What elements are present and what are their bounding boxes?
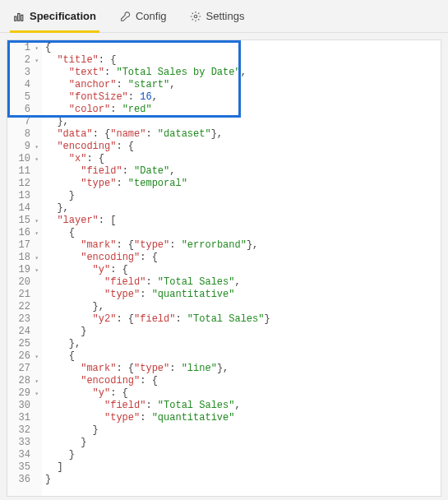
code-line[interactable]: } [45,437,437,449]
fold-icon[interactable]: ▾ [32,350,39,363]
line-number: 27 [7,363,42,375]
line-number: 15▾ [7,215,42,227]
svg-rect-2 [21,15,23,21]
code-line[interactable]: ] [45,461,437,474]
line-number: 26▾ [7,350,42,363]
code-line[interactable]: "fontSize": 16, [45,91,437,104]
line-number: 29▾ [7,387,42,400]
code-line[interactable]: "type": "quantitative" [45,289,437,301]
line-number: 28▾ [7,375,42,387]
code-area[interactable]: { "title": { "text": "Total Sales by Dat… [42,40,441,496]
code-line[interactable]: "text": "Total Sales by Date", [45,67,437,79]
tab-bar: Specification Config Settings [0,0,448,33]
fold-icon[interactable]: ▾ [32,153,39,165]
line-number: 4 [7,79,42,91]
fold-icon[interactable]: ▾ [32,42,39,54]
line-number: 33 [7,437,42,449]
fold-icon[interactable]: ▾ [32,54,39,67]
code-line[interactable]: "field": "Total Sales", [45,276,437,289]
code-line[interactable]: "field": "Date", [45,165,437,178]
fold-icon[interactable]: ▾ [32,141,39,153]
line-number: 35 [7,461,42,474]
tab-label: Settings [206,10,245,22]
code-line[interactable]: "y2": {"field": "Total Sales"} [45,313,437,326]
line-number: 34 [7,449,42,461]
line-number: 9▾ [7,141,42,153]
code-line[interactable]: { [45,227,437,239]
svg-point-3 [194,15,197,18]
tab-config[interactable]: Config [113,1,173,32]
gear-icon [190,11,201,22]
line-number: 22 [7,301,42,313]
code-line[interactable]: "x": { [45,153,437,165]
code-line[interactable]: } [45,190,437,202]
line-gutter: 1▾2▾3456789▾10▾1112131415▾16▾1718▾19▾202… [7,40,42,496]
line-number: 18▾ [7,252,42,264]
code-line[interactable]: "field": "Total Sales", [45,400,437,412]
line-number: 19▾ [7,264,42,276]
code-line[interactable]: }, [45,202,437,215]
code-line[interactable]: { [45,42,437,54]
line-number: 14 [7,202,42,215]
code-line[interactable]: } [45,474,437,486]
line-number: 13 [7,190,42,202]
line-number: 32 [7,424,42,437]
line-number: 23 [7,313,42,326]
code-line[interactable]: "color": "red" [45,104,437,116]
tab-label: Specification [30,10,96,22]
line-number: 8 [7,128,42,141]
line-number: 6 [7,104,42,116]
code-line[interactable]: "data": {"name": "dataset"}, [45,128,437,141]
code-line[interactable]: }, [45,116,437,128]
wrench-icon [119,11,131,22]
line-number: 20 [7,276,42,289]
line-number: 17 [7,239,42,252]
line-number: 30 [7,400,42,412]
code-editor[interactable]: 1▾2▾3456789▾10▾1112131415▾16▾1718▾19▾202… [7,39,441,497]
code-line[interactable]: "layer": [ [45,215,437,227]
tab-settings[interactable]: Settings [183,1,252,32]
tab-label: Config [136,10,167,22]
code-line[interactable]: "y": { [45,387,437,400]
svg-rect-1 [18,13,20,21]
line-number: 36 [7,474,42,486]
fold-icon[interactable]: ▾ [32,252,39,264]
tab-specification[interactable]: Specification [7,1,103,32]
code-line[interactable]: "type": "quantitative" [45,412,437,424]
line-number: 11 [7,165,42,178]
line-number: 16▾ [7,227,42,239]
line-number: 25 [7,338,42,350]
line-number: 1▾ [7,42,42,54]
line-number: 24 [7,326,42,338]
code-line[interactable]: }, [45,338,437,350]
fold-icon[interactable]: ▾ [32,227,39,239]
fold-icon[interactable]: ▾ [32,264,39,276]
code-line[interactable]: } [45,424,437,437]
line-number: 2▾ [7,54,42,67]
svg-rect-0 [15,16,16,21]
line-number: 21 [7,289,42,301]
code-line[interactable]: "y": { [45,264,437,276]
line-number: 5 [7,91,42,104]
code-line[interactable]: "encoding": { [45,141,437,153]
code-line[interactable]: "encoding": { [45,252,437,264]
code-line[interactable]: "encoding": { [45,375,437,387]
code-line[interactable]: }, [45,301,437,313]
code-line[interactable]: } [45,326,437,338]
fold-icon[interactable]: ▾ [32,215,39,227]
code-line[interactable]: "title": { [45,54,437,67]
line-number: 31 [7,412,42,424]
code-line[interactable]: "mark": {"type": "errorband"}, [45,239,437,252]
fold-icon[interactable]: ▾ [32,387,39,400]
line-number: 10▾ [7,153,42,165]
line-number: 12 [7,178,42,190]
code-line[interactable]: "type": "temporal" [45,178,437,190]
line-number: 3 [7,67,42,79]
code-line[interactable]: "mark": {"type": "line"}, [45,363,437,375]
code-line[interactable]: "anchor": "start", [45,79,437,91]
code-line[interactable]: { [45,350,437,363]
line-number: 7 [7,116,42,128]
code-line[interactable]: } [45,449,437,461]
fold-icon[interactable]: ▾ [32,375,39,387]
chart-icon [13,11,25,22]
